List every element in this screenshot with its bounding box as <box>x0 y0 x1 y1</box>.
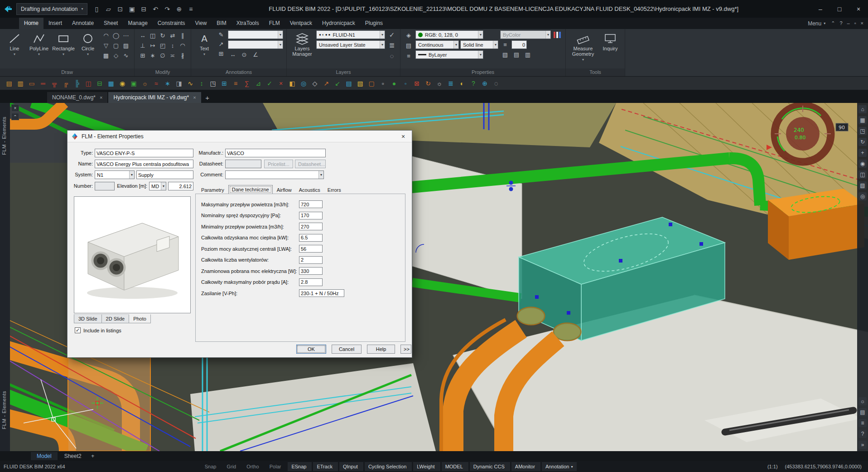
ribbon-tab[interactable]: Home <box>19 18 43 29</box>
rectangle-button[interactable]: Rectangle ▾ <box>52 30 75 67</box>
layer-off-icon[interactable]: ◌ <box>387 51 397 60</box>
polyline-button[interactable]: PolyLine ▾ <box>28 30 50 67</box>
spline-icon[interactable]: ∿ <box>121 50 131 60</box>
color-bars-icon[interactable] <box>552 30 562 39</box>
group-label-annotations[interactable]: Annotations <box>191 68 286 76</box>
layer-state-combo[interactable]: Unsaved Layer State ▾ <box>316 40 385 49</box>
manufacturer-field[interactable] <box>225 149 326 157</box>
open-file-icon[interactable]: ▱ <box>103 4 114 15</box>
flm-new-project-icon[interactable]: ▤ <box>4 78 14 89</box>
pin-ribbon-icon[interactable]: ⌃ <box>831 20 835 26</box>
status-toggle[interactable]: ESnap <box>288 462 312 471</box>
flm-elbow-icon[interactable]: ╔ <box>60 78 71 89</box>
param-input[interactable] <box>299 223 323 230</box>
ribbon-tab[interactable]: Annotate <box>67 18 99 29</box>
group-label-modify[interactable]: Modify <box>135 68 191 76</box>
bycolor-combo[interactable]: ByColor ▾ <box>500 30 551 39</box>
angle-dimension-icon[interactable]: ∠ <box>251 50 260 58</box>
dimension-style-combo[interactable]: ▾ <box>228 40 283 49</box>
ribbon-tab[interactable]: Ventpack <box>285 18 317 29</box>
status-toggle[interactable]: ETrack <box>313 462 338 471</box>
arc-icon[interactable]: ◠ <box>101 30 111 40</box>
move-icon[interactable]: ↔ <box>138 30 148 40</box>
zoom-icon[interactable]: ◉ <box>858 160 867 168</box>
break-icon[interactable]: ∦ <box>178 50 188 60</box>
flm-import-icon[interactable]: ↙ <box>332 78 343 89</box>
properties-panel-icon[interactable]: ▤ <box>404 41 414 50</box>
ribbon-tab[interactable]: Insert <box>43 18 67 29</box>
dialog-tab[interactable]: Airflow <box>274 186 295 194</box>
undo-icon[interactable]: ↶ <box>150 4 161 15</box>
comment-combo[interactable]: ▾ <box>225 170 324 179</box>
linear-dimension-icon[interactable]: ↔ <box>228 50 238 58</box>
flm-heater-icon[interactable]: ≈ <box>151 78 162 89</box>
status-toggle[interactable]: LWeight <box>413 462 440 471</box>
dialog-button[interactable]: OK <box>296 345 326 354</box>
dialog-button[interactable]: Cancel <box>332 345 362 354</box>
status-toggle[interactable]: Annotation ▾ <box>542 462 577 471</box>
inquiry-button[interactable]: Inquiry <box>599 30 622 67</box>
radius-dimension-icon[interactable]: ⊙ <box>239 50 249 58</box>
status-toggle[interactable]: Dynamic CCS <box>470 462 510 471</box>
dialog-tab[interactable]: Errors <box>324 186 344 194</box>
mtext-icon[interactable]: ✎ <box>216 30 226 39</box>
param-input[interactable] <box>299 200 323 208</box>
status-toggle[interactable]: Snap <box>201 462 222 471</box>
flm-section-icon[interactable]: ◧ <box>287 78 298 89</box>
flm-about-icon[interactable]: ◌ <box>491 78 502 89</box>
status-toggle[interactable]: Polar <box>266 462 287 471</box>
system-combo[interactable]: N1 ▾ <box>95 170 135 179</box>
pricelist-button[interactable]: Pricelist... <box>264 160 293 168</box>
section-icon[interactable]: ◫ <box>858 170 867 179</box>
flm-cooler-icon[interactable]: ∗ <box>162 78 173 89</box>
settings-icon[interactable]: ☼ <box>858 397 867 405</box>
param-input[interactable] <box>299 289 344 297</box>
orbit-icon[interactable]: ↻ <box>858 138 867 146</box>
list-properties-icon[interactable]: ▤ <box>511 50 521 59</box>
line-button[interactable]: Line ▾ <box>3 30 26 67</box>
new-document-tab-button[interactable]: + <box>202 92 213 103</box>
home-view-icon[interactable]: ⌂ <box>858 105 867 113</box>
document-tab[interactable]: NONAME_0.dwg* × <box>47 92 107 103</box>
flm-fan-icon[interactable]: ☼ <box>140 78 150 89</box>
annotation-scale-value[interactable]: (1:1) <box>767 464 778 469</box>
minimize-doc-icon[interactable]: – <box>847 20 850 26</box>
dialog-tab[interactable]: Acoustics <box>296 186 323 194</box>
param-input[interactable] <box>299 234 323 242</box>
minimize-button[interactable]: – <box>811 0 830 18</box>
ribbon-tab[interactable]: Plugins <box>360 18 388 29</box>
ribbon-tab[interactable]: Constraints <box>153 18 190 29</box>
flm-specification-icon[interactable]: ▤ <box>343 78 354 89</box>
fit-view-icon[interactable]: ▦ <box>858 116 867 124</box>
dialog-close-button[interactable]: × <box>398 132 408 141</box>
text-style-combo[interactable]: ▾ <box>228 30 283 39</box>
flm-elements-panel-tab[interactable]: FLM - Elements <box>1 117 7 155</box>
flm-silencer-icon[interactable]: ◨ <box>174 78 184 89</box>
list-icon[interactable]: ≡ <box>185 4 196 15</box>
layout-tab[interactable]: Model <box>31 452 58 460</box>
layer-combo[interactable]: ●◐●● FLUID-N1 ▾ <box>316 30 385 39</box>
group-label-layers[interactable]: Layers <box>287 68 400 76</box>
ribbon-tab[interactable]: Manage <box>123 18 152 29</box>
layer-isolate-icon[interactable]: ≣ <box>387 41 397 50</box>
orange-equipment-box[interactable] <box>768 189 864 260</box>
flm-fitting-icon[interactable]: ╦ <box>49 78 60 89</box>
datasheet-field[interactable] <box>225 160 261 168</box>
close-panel-icon[interactable]: × <box>11 104 19 112</box>
flm-terminal-icon[interactable]: ● <box>389 78 400 89</box>
layer-freeze-icon[interactable]: ◐ <box>322 33 324 37</box>
ribbon-tab[interactable]: XtraTools <box>231 18 264 29</box>
save-icon[interactable]: ▣ <box>126 4 137 15</box>
ribbon-tab[interactable]: Sheet <box>99 18 123 29</box>
dialog-title-bar[interactable]: FLM - Element Properties × <box>68 131 412 142</box>
status-toggle[interactable]: Grid <box>223 462 241 471</box>
param-input[interactable] <box>299 256 323 264</box>
transparency-icon[interactable]: ▧ <box>500 50 510 59</box>
web-icon[interactable]: ⊕ <box>174 4 184 15</box>
erase-icon[interactable]: ∅ <box>158 50 168 60</box>
flm-room-icon[interactable]: ▫ <box>377 78 388 89</box>
layer-check-icon[interactable]: ✓ <box>387 30 397 39</box>
flm-3d-icon[interactable]: ◇ <box>309 78 320 89</box>
flm-flexduct-icon[interactable]: ∿ <box>185 78 196 89</box>
flm-scheme-icon[interactable]: ⊠ <box>411 78 422 89</box>
